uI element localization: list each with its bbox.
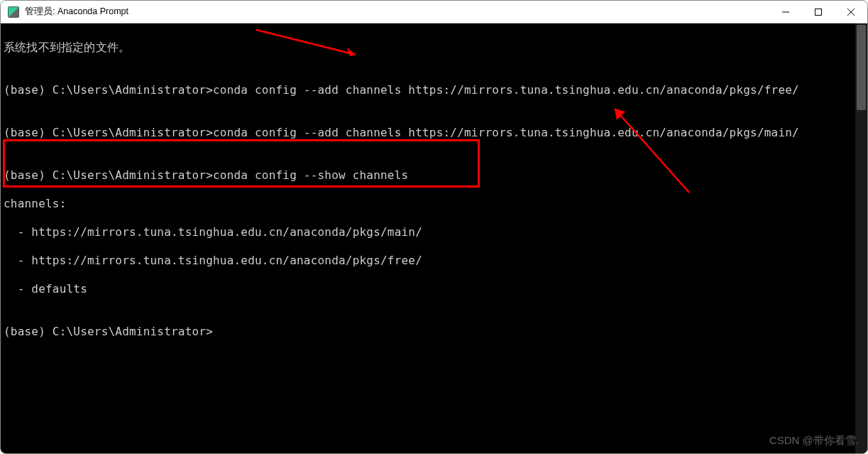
- scrollbar-thumb[interactable]: [857, 25, 866, 110]
- channel-line: - https://mirrors.tuna.tsinghua.edu.cn/a…: [4, 225, 852, 239]
- watermark-text: CSDN @带你看雪.: [769, 434, 859, 448]
- vertical-scrollbar[interactable]: [855, 23, 867, 453]
- maximize-icon: [815, 9, 822, 16]
- window-title: 管理员: Anaconda Prompt: [25, 6, 769, 18]
- prompt-line: (base) C:\Users\Administrator>conda conf…: [4, 126, 852, 140]
- terminal-window: 管理员: Anaconda Prompt 系统找不到指定的文件。 (base) …: [0, 0, 868, 454]
- channel-line: - https://mirrors.tuna.tsinghua.edu.cn/a…: [4, 254, 852, 268]
- output-line: channels:: [4, 197, 852, 211]
- title-bar[interactable]: 管理员: Anaconda Prompt: [1, 1, 867, 23]
- minimize-button[interactable]: [769, 1, 802, 23]
- channel-line: - defaults: [4, 282, 852, 296]
- prompt-line: (base) C:\Users\Administrator>: [4, 325, 852, 339]
- terminal-area[interactable]: 系统找不到指定的文件。 (base) C:\Users\Administrato…: [1, 23, 867, 453]
- app-icon: [8, 6, 19, 18]
- minimize-icon: [782, 9, 789, 16]
- close-button[interactable]: [835, 1, 867, 23]
- close-icon: [847, 9, 855, 16]
- maximize-button[interactable]: [802, 1, 835, 23]
- prompt-line: (base) C:\Users\Administrator>conda conf…: [4, 83, 852, 97]
- prompt-line: (base) C:\Users\Administrator>conda conf…: [4, 168, 852, 183]
- terminal-output: 系统找不到指定的文件。 (base) C:\Users\Administrato…: [1, 23, 855, 453]
- window-controls: [769, 1, 867, 23]
- svg-rect-1: [815, 9, 822, 15]
- output-line: 系统找不到指定的文件。: [4, 40, 852, 55]
